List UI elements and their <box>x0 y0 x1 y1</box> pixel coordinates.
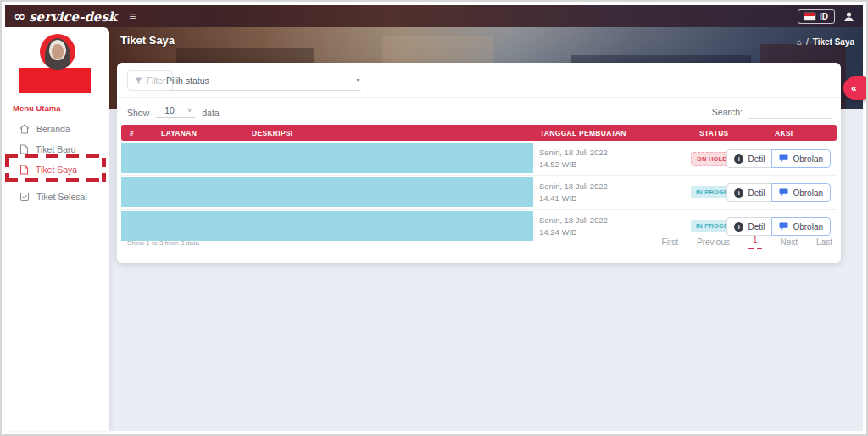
detail-button[interactable]: i Detil <box>726 149 772 168</box>
sidebar-item-label: Beranda <box>36 124 70 134</box>
table-header: # LAYANAN DESKRIPSI TANGGAL PEMBUATAN ST… <box>121 125 837 141</box>
ticket-date: Senin, 18 Juli 2022 14.24 WIB <box>539 215 608 238</box>
detail-button-label: Detil <box>748 188 765 198</box>
ticket-content-redaction-block <box>121 177 533 207</box>
ticket-date: Senin, 18 Juli 2022 14.41 WIB <box>539 181 608 204</box>
search-control: Search: <box>712 105 832 119</box>
row-actions: i Detil Obrolan <box>726 183 831 202</box>
navbar-right: ID <box>798 9 854 24</box>
detail-button[interactable]: i Detil <box>726 217 772 236</box>
home-icon[interactable]: ⌂ <box>797 37 802 47</box>
tickets-card: Filter Pilih status ▼ Show 10 ˅ data Sea… <box>117 63 841 263</box>
hamburger-menu-icon[interactable]: ≡ <box>129 10 136 22</box>
avatar-art <box>52 44 64 59</box>
collapse-icon: « <box>851 82 857 94</box>
sidebar: Menu Utama Beranda Tiket Baru Tiket Saya… <box>5 27 109 431</box>
column-header-deskripsi: DESKRIPSI <box>252 129 293 137</box>
app-logo: ∞ service-desk <box>14 8 117 25</box>
chat-bubble-icon <box>779 154 788 163</box>
row-actions: i Detil Obrolan <box>726 217 831 236</box>
search-input[interactable] <box>748 105 832 119</box>
table-row: Senin, 18 Juli 2022 14.52 WIB ON HOLD i … <box>121 142 837 176</box>
username-redaction-block <box>19 68 91 93</box>
pagination: First Previous 1 Next Last <box>662 235 832 249</box>
ticket-content-redaction-block <box>121 211 533 241</box>
top-navbar: ∞ service-desk ≡ ID <box>5 5 863 27</box>
chat-button-label: Obrolan <box>793 154 823 164</box>
column-header-layanan: LAYANAN <box>161 129 197 137</box>
status-filter-select[interactable]: Pilih status ▼ <box>166 70 361 91</box>
sidebar-item-tiket-selesai[interactable]: Tiket Selesai <box>5 188 109 205</box>
detail-button-label: Detil <box>748 222 765 232</box>
file-icon <box>19 165 29 175</box>
info-icon: i <box>734 154 743 164</box>
service-desk-app: ∞ service-desk ≡ ID Tiket Saya ⌂ / Tiket… <box>0 0 868 436</box>
detail-button-label: Detil <box>748 154 765 164</box>
user-icon <box>843 11 854 22</box>
chevron-down-icon: ˅ <box>187 106 192 115</box>
infinity-logo-icon: ∞ <box>14 8 25 25</box>
pagination-first[interactable]: First <box>662 238 678 247</box>
ticket-content-redaction-block <box>121 143 533 173</box>
column-header-number: # <box>130 129 134 137</box>
sidebar-item-label: Tiket Baru <box>36 144 75 154</box>
info-icon: i <box>734 222 743 232</box>
chat-button-label: Obrolan <box>793 188 823 198</box>
pagination-current-page[interactable]: 1 <box>748 235 762 249</box>
page-size-select[interactable]: 10 ˅ <box>156 105 195 118</box>
chat-button-label: Obrolan <box>793 222 823 232</box>
breadcrumb-current: Tiket Saya <box>813 37 854 47</box>
app-logo-text: service-desk <box>29 9 117 25</box>
ticket-date-day: Senin, 18 Juli 2022 <box>539 181 608 193</box>
file-icon <box>19 144 29 154</box>
breadcrumb-separator: / <box>806 37 809 47</box>
sidebar-item-label: Tiket Saya <box>36 165 77 175</box>
pagination-next[interactable]: Next <box>781 238 798 247</box>
ticket-date: Senin, 18 Juli 2022 14.52 WIB <box>539 147 608 170</box>
detail-button[interactable]: i Detil <box>726 183 772 202</box>
row-actions: i Detil Obrolan <box>726 149 831 168</box>
sidebar-item-label: Tiket Selesai <box>36 192 87 202</box>
ticket-date-time: 14.52 WIB <box>539 159 608 170</box>
status-select-placeholder: Pilih status <box>166 75 209 86</box>
page-title: Tiket Saya <box>120 34 175 47</box>
info-icon: i <box>734 188 743 198</box>
filter-section: Filter Pilih status ▼ <box>117 63 841 98</box>
filter-label: Filter <box>147 76 165 86</box>
page-size-value: 10 <box>164 105 175 115</box>
ticket-date-time: 14.41 WIB <box>539 193 608 204</box>
pagination-last[interactable]: Last <box>816 238 832 247</box>
chat-button[interactable]: Obrolan <box>771 183 831 202</box>
data-label: data <box>202 108 219 118</box>
collapse-panel-button[interactable]: « <box>843 76 868 100</box>
language-label: ID <box>820 12 828 21</box>
sidebar-item-tiket-saya[interactable]: Tiket Saya <box>5 161 109 178</box>
table-summary: Show 1 to 3 from 3 data <box>127 239 199 247</box>
chat-button[interactable]: Obrolan <box>771 217 831 236</box>
indonesia-flag-icon <box>804 13 815 20</box>
ticket-date-day: Senin, 18 Juli 2022 <box>539 147 608 159</box>
column-header-aksi: AKSI <box>775 129 793 137</box>
sidebar-menu-header: Menu Utama <box>13 103 60 113</box>
language-button[interactable]: ID <box>798 9 835 24</box>
table-row: Senin, 18 Juli 2022 14.41 WIB IN PROGRES… <box>121 176 837 210</box>
chevron-down-icon: ▼ <box>355 77 361 83</box>
sidebar-item-tiket-baru[interactable]: Tiket Baru <box>5 141 109 158</box>
sidebar-item-beranda[interactable]: Beranda <box>5 120 109 137</box>
ticket-date-time: 14.24 WIB <box>539 226 608 238</box>
check-square-icon <box>19 192 30 202</box>
breadcrumb: ⌂ / Tiket Saya <box>797 37 854 47</box>
column-header-tanggal: TANGGAL PEMBUATAN <box>540 129 626 137</box>
pagination-previous[interactable]: Previous <box>697 238 730 247</box>
user-menu-button[interactable] <box>843 11 854 22</box>
chat-button[interactable]: Obrolan <box>771 149 831 168</box>
chat-bubble-icon <box>779 188 788 197</box>
show-label: Show <box>127 108 149 118</box>
search-label: Search: <box>712 107 743 119</box>
filter-funnel-icon <box>135 77 142 85</box>
home-icon <box>19 124 30 134</box>
avatar[interactable] <box>40 34 75 70</box>
column-header-status: STATUS <box>699 129 729 137</box>
chat-bubble-icon <box>779 222 788 231</box>
ticket-date-day: Senin, 18 Juli 2022 <box>539 215 608 226</box>
